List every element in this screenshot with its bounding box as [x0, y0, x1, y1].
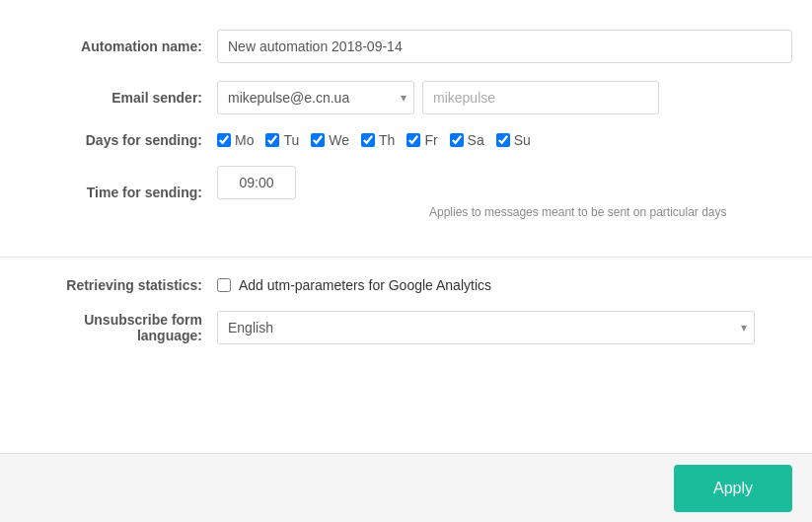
unsubscribe-language-control: English French German Spanish Italian [217, 311, 792, 344]
email-name-input[interactable] [422, 81, 659, 114]
day-su-label: Su [514, 132, 531, 148]
day-th-label: Th [379, 132, 395, 148]
time-note: Applies to messages meant to be sent on … [217, 205, 727, 219]
footer: Apply [0, 453, 812, 522]
day-fr-checkbox[interactable] [406, 133, 420, 147]
days-sending-row: Days for sending: Mo Tu We [0, 132, 812, 148]
utm-row: Add utm-parameters for Google Analytics [217, 277, 491, 293]
day-tu: Tu [265, 132, 299, 148]
day-we-label: We [329, 132, 349, 148]
day-mo-label: Mo [235, 132, 254, 148]
day-fr: Fr [406, 132, 437, 148]
retrieving-stats-control: Add utm-parameters for Google Analytics [217, 277, 792, 293]
day-sa-checkbox[interactable] [450, 133, 464, 147]
time-sending-label: Time for sending: [20, 185, 217, 200]
utm-checkbox[interactable] [217, 278, 231, 292]
day-su: Su [496, 132, 531, 148]
day-we-checkbox[interactable] [311, 133, 325, 147]
days-checkboxes: Mo Tu We Th [217, 132, 531, 148]
email-sender-label: Email sender: [20, 90, 217, 106]
day-tu-label: Tu [283, 132, 299, 148]
day-su-checkbox[interactable] [496, 133, 510, 147]
day-sa: Sa [450, 132, 484, 148]
form-section-advanced: Retrieving statistics: Add utm-parameter… [0, 258, 812, 382]
days-sending-label: Days for sending: [20, 132, 217, 148]
day-sa-label: Sa [468, 132, 484, 148]
days-sending-control: Mo Tu We Th [217, 132, 792, 148]
day-mo-checkbox[interactable] [217, 133, 231, 147]
email-sender-row: Email sender: mikepulse@e.cn.ua [0, 81, 812, 114]
time-sending-control: Applies to messages meant to be sent on … [217, 166, 792, 219]
time-sending-row: Time for sending: Applies to messages me… [0, 166, 812, 219]
unsubscribe-language-label: Unsubscribe form language: [20, 312, 217, 343]
day-th: Th [361, 132, 395, 148]
day-th-checkbox[interactable] [361, 133, 375, 147]
automation-name-input[interactable] [217, 30, 792, 63]
retrieving-stats-row: Retrieving statistics: Add utm-parameter… [0, 277, 812, 293]
language-select[interactable]: English French German Spanish Italian [217, 311, 755, 344]
automation-name-label: Automation name: [20, 38, 217, 54]
time-block: Applies to messages meant to be sent on … [217, 166, 727, 219]
day-we: We [311, 132, 349, 148]
language-select-wrapper: English French German Spanish Italian [217, 311, 755, 344]
day-fr-label: Fr [424, 132, 437, 148]
time-input[interactable] [217, 166, 296, 199]
retrieving-stats-label: Retrieving statistics: [20, 277, 217, 293]
email-sender-control: mikepulse@e.cn.ua [217, 81, 792, 114]
email-sender-select[interactable]: mikepulse@e.cn.ua [217, 81, 414, 114]
form-section-general: Automation name: Email sender: mikepulse… [0, 20, 812, 258]
main-content: Automation name: Email sender: mikepulse… [0, 0, 812, 453]
automation-name-control [217, 30, 792, 63]
utm-label: Add utm-parameters for Google Analytics [239, 277, 491, 293]
day-mo: Mo [217, 132, 254, 148]
apply-button[interactable]: Apply [674, 465, 792, 512]
email-sender-select-wrapper: mikepulse@e.cn.ua [217, 81, 414, 114]
day-tu-checkbox[interactable] [265, 133, 279, 147]
automation-name-row: Automation name: [0, 30, 812, 63]
unsubscribe-language-row: Unsubscribe form language: English Frenc… [0, 311, 812, 344]
